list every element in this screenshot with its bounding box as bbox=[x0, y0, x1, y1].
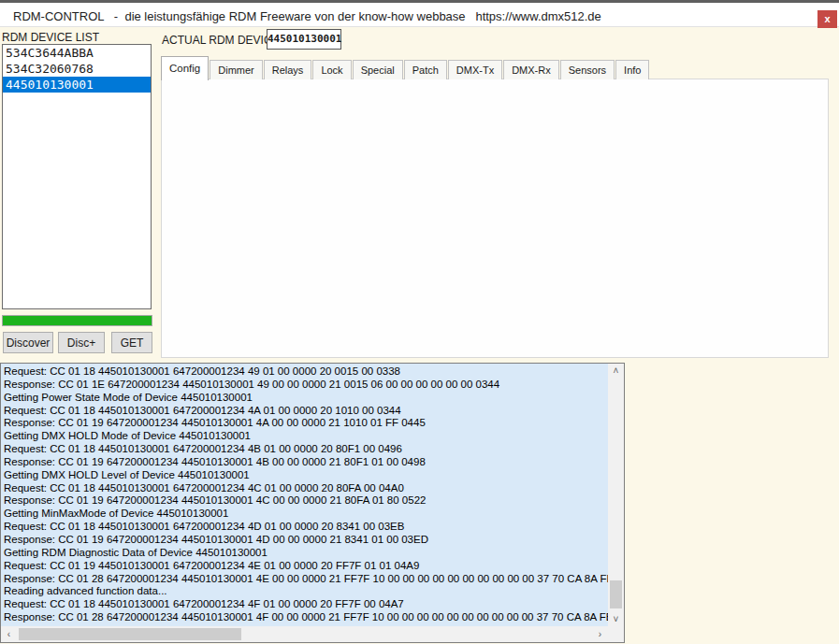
log-line: Request: CC 01 18 445010130001 647200001… bbox=[4, 405, 608, 418]
discover-progressbar bbox=[2, 315, 152, 326]
log-line: Getting Power State Mode of Device 44501… bbox=[4, 392, 608, 405]
scroll-left-icon[interactable]: ‹ bbox=[1, 626, 17, 642]
config-tab-panel bbox=[161, 79, 829, 358]
tab-config[interactable]: Config bbox=[161, 56, 209, 80]
log-line: Request: CC 01 18 445010130001 647200001… bbox=[4, 521, 608, 534]
log-line: Response: CC 01 28 647200001234 44501013… bbox=[4, 573, 608, 586]
disc-plus-button[interactable]: Disc+ bbox=[58, 332, 105, 353]
scroll-right-icon[interactable]: › bbox=[592, 626, 608, 642]
log-line: Response: CC 01 1E 647200001234 44501013… bbox=[4, 379, 608, 392]
log-line: Request: CC 01 18 445010130001 647200001… bbox=[4, 482, 608, 495]
app-window: RDM-CONTROL - die leistungsfähige RDM Fr… bbox=[0, 0, 839, 644]
tab-sensors[interactable]: Sensors bbox=[560, 60, 615, 79]
actual-device-value: 445010130001 bbox=[267, 29, 341, 50]
log-text[interactable]: Request: CC 01 18 445010130001 647200001… bbox=[1, 364, 608, 626]
log-line: Response: CC 01 19 647200001234 44501013… bbox=[4, 456, 608, 469]
log-horizontal-scrollbar[interactable]: ‹ › bbox=[1, 626, 608, 642]
log-line: Getting RDM Diagnostic Data of Device 44… bbox=[4, 547, 608, 560]
log-line: Request: CC 01 18 445010130001 647200001… bbox=[4, 598, 608, 611]
tab-dmx-rx[interactable]: DMX-Rx bbox=[503, 60, 559, 79]
actual-device-label: ACTUAL RDM DEVICE bbox=[162, 34, 280, 47]
log-line: Reading advanced function data... bbox=[4, 585, 608, 598]
log-line: Getting DMX HOLD Level of Device 4450101… bbox=[4, 469, 608, 482]
title-bar: RDM-CONTROL - die leistungsfähige RDM Fr… bbox=[0, 0, 839, 27]
tab-info[interactable]: Info bbox=[615, 60, 649, 79]
log-line: Response: CC 01 19 647200001234 44501013… bbox=[4, 417, 608, 430]
device-list-item[interactable]: 534C32060768 bbox=[3, 61, 151, 77]
tab-strip: ConfigDimmerRelaysLockSpecialPatchDMX-Tx… bbox=[161, 55, 650, 79]
discover-button[interactable]: Discover bbox=[3, 332, 53, 353]
scroll-up-icon[interactable]: ˄ bbox=[608, 364, 624, 378]
tab-relays[interactable]: Relays bbox=[264, 60, 312, 79]
tab-dmx-tx[interactable]: DMX-Tx bbox=[448, 60, 502, 79]
log-line: Request: CC 01 18 445010130001 647200001… bbox=[4, 365, 608, 379]
log-line: Request: CC 01 18 445010130001 647200001… bbox=[4, 443, 608, 456]
log-line: Getting MinMaxMode of Device 44501013000… bbox=[4, 508, 608, 521]
scrollbar-corner bbox=[608, 626, 624, 642]
device-list-item[interactable]: 445010130001 bbox=[3, 77, 151, 93]
log-line: Response: CC 01 28 647200001234 44501013… bbox=[4, 611, 608, 624]
get-button[interactable]: GET bbox=[111, 332, 152, 353]
device-list-item[interactable]: 534C3644ABBA bbox=[3, 45, 151, 61]
log-line: Response: CC 01 19 647200001234 44501013… bbox=[4, 494, 608, 508]
log-vertical-scrollbar[interactable]: ˄ ˅ bbox=[608, 364, 624, 626]
scrollbar-thumb[interactable] bbox=[610, 580, 622, 608]
window-title: RDM-CONTROL - die leistungsfähige RDM Fr… bbox=[13, 9, 601, 23]
close-icon[interactable]: x bbox=[817, 10, 837, 28]
scroll-down-icon[interactable]: ˅ bbox=[608, 612, 624, 626]
tab-special[interactable]: Special bbox=[353, 60, 403, 79]
device-list-label: RDM DEVICE LIST bbox=[2, 31, 99, 44]
tab-dimmer[interactable]: Dimmer bbox=[210, 60, 263, 79]
scrollbar-thumb[interactable] bbox=[19, 628, 241, 640]
log-line: Response: CC 01 19 647200001234 44501013… bbox=[4, 534, 608, 547]
device-listbox[interactable]: 534C3644ABBA534C32060768445010130001 bbox=[2, 44, 152, 309]
log-container: Request: CC 01 18 445010130001 647200001… bbox=[0, 363, 625, 643]
log-line: Getting DMX HOLD Mode of Device 44501013… bbox=[4, 430, 608, 443]
tab-lock[interactable]: Lock bbox=[312, 60, 351, 79]
tab-patch[interactable]: Patch bbox=[404, 60, 447, 79]
log-line: Request: CC 01 19 445010130001 647200001… bbox=[4, 560, 608, 573]
